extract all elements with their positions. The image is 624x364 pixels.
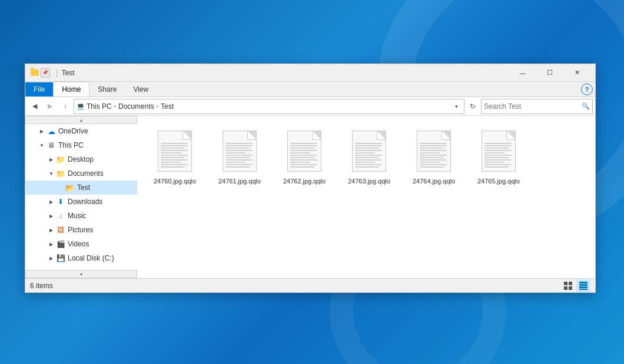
- doc-line: [355, 148, 379, 149]
- tab-home[interactable]: Home: [53, 82, 89, 96]
- tab-view[interactable]: View: [125, 82, 157, 96]
- folder-icon: [30, 68, 39, 78]
- desktop-icon: 📁: [56, 155, 65, 164]
- file-icon-f4: [348, 128, 390, 175]
- svg-rect-5: [579, 284, 588, 286]
- sidebar-item-localc[interactable]: ▶ 💾 Local Disk (C:): [25, 251, 137, 265]
- doc-line: [290, 145, 317, 146]
- sidebar-item-downloads[interactable]: ▶ ⬇ Downloads: [25, 195, 137, 209]
- sidebar-item-pictures[interactable]: ▶ 🖼 Pictures: [25, 223, 137, 237]
- doc-line: [355, 143, 382, 144]
- doc-line: [225, 157, 250, 158]
- videos-icon: 🎬: [56, 239, 65, 249]
- file-icon-f6: [478, 128, 519, 175]
- back-button[interactable]: ◀: [28, 99, 42, 113]
- sidebar-item-music[interactable]: ▶ ♪ Music: [25, 209, 137, 223]
- doc-line: [225, 155, 253, 156]
- scroll-up-button[interactable]: ▲: [25, 116, 137, 124]
- svg-rect-2: [564, 286, 567, 290]
- path-arrow-2: ›: [157, 103, 158, 109]
- onedrive-icon: ☁: [47, 126, 56, 136]
- help-button[interactable]: ?: [581, 84, 593, 95]
- search-input[interactable]: [484, 102, 582, 111]
- doc-line: [161, 155, 188, 156]
- doc-line: [355, 162, 375, 163]
- pictures-icon: 🖼: [56, 225, 65, 235]
- address-path[interactable]: 💻This PC › Documents › Test ▾: [74, 99, 464, 114]
- file-name-f6: 24765.jpg.qqlo: [477, 177, 520, 185]
- sidebar-item-onedrive[interactable]: ▶ ☁ OneDrive: [25, 124, 137, 138]
- test-folder-icon: 📂: [65, 183, 75, 192]
- file-item-f4[interactable]: 24763.jpg.qqlo: [340, 124, 399, 189]
- pin-icon: 📌: [41, 68, 50, 78]
- doc-line: [355, 150, 382, 151]
- file-icon-f3: [284, 128, 325, 175]
- doc-line: [355, 157, 379, 158]
- doc-line: [161, 152, 181, 153]
- search-box: 🔍: [481, 99, 593, 114]
- sidebar-scroll-area: ▶ ☁ OneDrive ▼ 🖥 This PC ▶ 📁 Desktop: [25, 124, 137, 270]
- doc-line: [161, 157, 185, 158]
- doc-line: [225, 148, 250, 149]
- doc-line: [161, 148, 185, 149]
- path-dropdown-button[interactable]: ▾: [451, 99, 462, 114]
- up-button[interactable]: ↑: [58, 99, 72, 113]
- expand-icon: ▼: [37, 141, 47, 150]
- ribbon-tabs: File Home Share View ?: [25, 82, 595, 97]
- doc-line: [484, 157, 509, 158]
- thispc-icon: 🖥: [47, 141, 56, 150]
- doc-line: [161, 159, 188, 161]
- tab-file[interactable]: File: [25, 82, 53, 96]
- sidebar-label-documents: Documents: [68, 169, 104, 178]
- address-bar: ◀ ▶ ↑ 💻This PC › Documents › Test ▾ ↻ 🔍: [25, 97, 595, 116]
- doc-lines: [161, 143, 189, 168]
- doc-line: [355, 159, 382, 161]
- window-controls: — ☐ ✕: [509, 64, 590, 82]
- doc-line: [290, 155, 317, 156]
- file-item-f2[interactable]: 24761.jpg.qqlo: [210, 124, 269, 189]
- doc-icon: [417, 131, 451, 172]
- downloads-icon: ⬇: [56, 197, 65, 206]
- sidebar-item-test[interactable]: 📂 Test: [25, 181, 137, 195]
- sidebar-item-documents[interactable]: ▼ 📁 Documents: [25, 166, 137, 181]
- sidebar-label-desktop: Desktop: [68, 155, 94, 163]
- minimize-button[interactable]: —: [509, 64, 536, 82]
- doc-line: [355, 155, 382, 156]
- status-bar: 6 items: [25, 278, 595, 292]
- scroll-down-button[interactable]: ▼: [25, 270, 137, 278]
- doc-line: [290, 166, 314, 168]
- forward-button[interactable]: ▶: [43, 99, 57, 113]
- doc-line: [290, 143, 317, 144]
- refresh-button[interactable]: ↻: [466, 99, 480, 113]
- title-separator: |: [56, 68, 58, 78]
- close-button[interactable]: ✕: [563, 64, 590, 82]
- sidebar-label-videos: Videos: [68, 240, 89, 248]
- file-item-f6[interactable]: 24765.jpg.qqlo: [469, 124, 528, 189]
- sidebar-item-videos[interactable]: ▶ 🎬 Videos: [25, 237, 137, 251]
- file-item-f1[interactable]: 24760.jpg.qqlo: [145, 124, 204, 189]
- doc-line: [355, 145, 382, 146]
- doc-line: [225, 150, 253, 151]
- sidebar-item-desktop[interactable]: ▶ 📁 Desktop: [25, 152, 137, 166]
- list-view-button[interactable]: [576, 279, 590, 292]
- doc-lines: [420, 143, 448, 168]
- file-item-f3[interactable]: 24762.jpg.qqlo: [275, 124, 334, 189]
- expand-icon: ▶: [47, 155, 56, 164]
- doc-line: [290, 164, 317, 165]
- doc-line: [420, 157, 444, 158]
- sidebar-item-thispc[interactable]: ▼ 🖥 This PC: [25, 138, 137, 152]
- window-title: Test: [62, 69, 507, 77]
- expand-icon: [56, 183, 65, 192]
- file-item-f5[interactable]: 24764.jpg.qqlo: [404, 124, 463, 189]
- maximize-button[interactable]: ☐: [536, 64, 563, 82]
- files-grid: 24760.jpg.qqlo 24761.jpg.qqlo: [143, 122, 589, 191]
- file-name-f3: 24762.jpg.qqlo: [283, 177, 326, 185]
- doc-line: [355, 166, 379, 168]
- view-buttons: [561, 279, 590, 292]
- doc-line: [484, 159, 512, 161]
- doc-line: [161, 150, 188, 151]
- search-icon[interactable]: 🔍: [582, 102, 590, 110]
- tab-share[interactable]: Share: [89, 82, 125, 96]
- doc-line: [420, 148, 444, 149]
- grid-view-button[interactable]: [561, 279, 575, 292]
